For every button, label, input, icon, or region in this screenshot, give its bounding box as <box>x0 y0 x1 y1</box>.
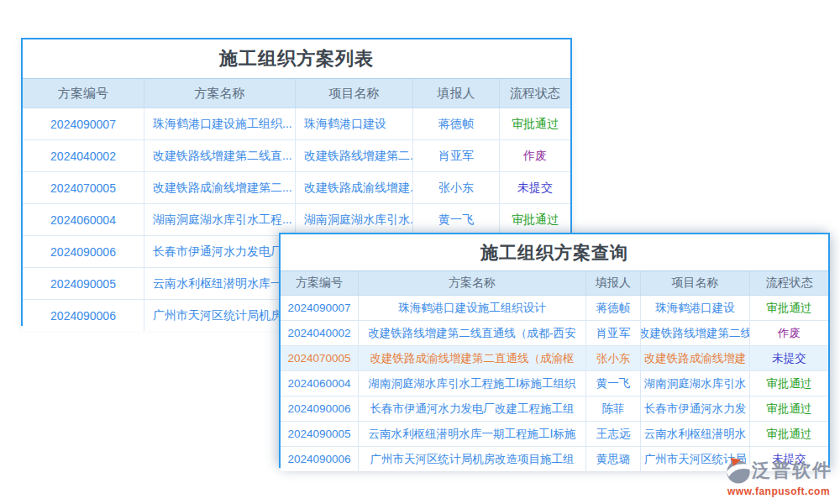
table-row[interactable]: 2024070005改建铁路成渝线增建第二...改建铁路成渝线增建...张小东未… <box>23 172 570 204</box>
table-row[interactable]: 2024090005云南水利枢纽潜明水库一期工程施工Ⅰ标施王志远云南水利枢纽潜明… <box>281 422 828 447</box>
cell-plan: 湖南洞庭湖水库引水工程施工Ⅰ标施工组织 <box>359 371 586 396</box>
cell-person: 肖亚军 <box>413 140 500 171</box>
cell-status: 审批通过 <box>750 396 828 421</box>
cell-plan: 改建铁路成渝线增建第二... <box>144 172 296 203</box>
header-cell-status[interactable]: 流程状态 <box>750 271 828 295</box>
table-row[interactable]: 2024040002改建铁路线增建第二线直通线（成都-西安肖亚军改建铁路线增建第… <box>281 321 828 346</box>
header-cell-code[interactable]: 方案编号 <box>23 79 144 108</box>
table-body: 2024090007珠海鹤港口建设施工组织设计蒋德帧珠海鹤港口建设审批通过202… <box>281 296 828 471</box>
cell-person: 黄一飞 <box>413 204 500 235</box>
cell-code: 2024090006 <box>23 300 144 331</box>
table-row[interactable]: 2024060004湖南洞庭湖水库引水工程施工Ⅰ标施工组织黄一飞湖南洞庭湖水库引… <box>281 371 828 396</box>
cell-code: 2024090005 <box>281 422 359 446</box>
cell-code: 2024060004 <box>23 204 144 235</box>
cell-plan: 改建铁路线增建第二线直... <box>144 140 296 171</box>
window-title: 施工组织方案列表 <box>23 39 570 78</box>
window-title: 施工组织方案查询 <box>281 234 828 270</box>
header-cell-status[interactable]: 流程状态 <box>500 79 570 108</box>
table-row[interactable]: 2024070005改建铁路成渝线增建第二直通线（成渝枢张小东改建铁路成渝线增建… <box>281 346 828 371</box>
cell-plan: 湖南洞庭湖水库引水工程... <box>144 204 296 235</box>
plan-query-window: 施工组织方案查询 方案编号 方案名称 填报人 项目名称 流程状态 2024090… <box>279 233 830 468</box>
cell-project: 改建铁路成渝线增建... <box>296 172 413 203</box>
table-row[interactable]: 2024090007珠海鹤港口建设施工组织设计蒋德帧珠海鹤港口建设审批通过 <box>281 296 828 321</box>
cell-status: 审批通过 <box>750 296 828 320</box>
cell-person: 蒋德帧 <box>413 108 500 139</box>
cell-plan: 云南水利枢纽潜明水库一... <box>144 268 296 299</box>
cell-code: 2024040002 <box>281 321 359 345</box>
cell-code: 2024090005 <box>23 268 144 299</box>
cell-code: 2024060004 <box>281 371 359 396</box>
cell-code: 2024070005 <box>281 346 359 370</box>
fanpu-logo-icon <box>726 457 751 484</box>
table-row[interactable]: 2024060004湖南洞庭湖水库引水工程...湖南洞庭湖水库引水...黄一飞审… <box>23 204 570 236</box>
cell-plan: 广州市天河区统计局机房改造项目施工组 <box>359 447 586 471</box>
cell-plan: 珠海鹤港口建设施工组织设计 <box>359 296 586 320</box>
cell-person: 张小东 <box>586 346 641 370</box>
cell-plan: 云南水利枢纽潜明水库一期工程施工Ⅰ标施 <box>359 422 586 446</box>
table-header: 方案编号 方案名称 项目名称 填报人 流程状态 <box>23 78 570 108</box>
cell-status: 审批通过 <box>500 108 570 139</box>
table-row[interactable]: 2024090006长春市伊通河水力发电厂改建工程施工组陈菲长春市伊通河水力发审… <box>281 396 828 422</box>
brand-watermark: 泛普软件 www.fanpusoft.com <box>726 457 833 497</box>
header-cell-plan[interactable]: 方案名称 <box>144 79 296 108</box>
cell-project: 改建铁路线增建第二... <box>296 140 413 171</box>
cell-project: 珠海鹤港口建设 <box>296 108 413 139</box>
header-cell-person[interactable]: 填报人 <box>586 271 641 295</box>
cell-code: 2024090007 <box>281 296 359 320</box>
cell-plan: 广州市天河区统计局机房... <box>144 300 296 331</box>
cell-code: 2024090007 <box>23 108 144 139</box>
cell-status: 作废 <box>750 321 828 345</box>
cell-code: 2024040002 <box>23 140 144 171</box>
cell-status: 未提交 <box>500 172 570 203</box>
cell-plan: 珠海鹤港口建设施工组织... <box>144 108 296 139</box>
cell-person: 蒋德帧 <box>586 296 641 320</box>
cell-plan: 改建铁路线增建第二线直通线（成都-西安 <box>359 321 586 345</box>
cell-plan: 改建铁路成渝线增建第二直通线（成渝枢 <box>359 346 586 370</box>
header-cell-plan[interactable]: 方案名称 <box>359 271 586 295</box>
cell-status: 审批通过 <box>750 422 828 446</box>
cell-person: 王志远 <box>586 422 641 446</box>
cell-code: 2024090006 <box>23 236 144 267</box>
cell-person: 黄思璐 <box>586 447 641 471</box>
cell-project: 长春市伊通河水力发 <box>641 396 750 421</box>
cell-project: 改建铁路线增建第二线 <box>641 321 750 345</box>
cell-project: 云南水利枢纽潜明水 <box>641 422 750 446</box>
header-cell-project[interactable]: 项目名称 <box>641 271 750 295</box>
cell-person: 黄一飞 <box>586 371 641 396</box>
cell-person: 肖亚军 <box>586 321 641 345</box>
cell-project: 改建铁路成渝线增建 <box>641 346 750 370</box>
cell-project: 湖南洞庭湖水库引水 <box>641 371 750 396</box>
cell-project: 湖南洞庭湖水库引水... <box>296 204 413 235</box>
cell-plan: 长春市伊通河水力发电厂... <box>144 236 296 267</box>
table-header: 方案编号 方案名称 填报人 项目名称 流程状态 <box>281 270 828 296</box>
brand-name: 泛普软件 <box>752 461 832 480</box>
cell-code: 2024090006 <box>281 447 359 471</box>
cell-person: 张小东 <box>413 172 500 203</box>
header-cell-project[interactable]: 项目名称 <box>296 79 413 108</box>
table-row[interactable]: 2024040002改建铁路线增建第二线直...改建铁路线增建第二...肖亚军作… <box>23 140 570 172</box>
cell-code: 2024090006 <box>281 396 359 421</box>
table-row[interactable]: 2024090007珠海鹤港口建设施工组织...珠海鹤港口建设蒋德帧审批通过 <box>23 108 570 140</box>
cell-project: 珠海鹤港口建设 <box>641 296 750 320</box>
header-cell-person[interactable]: 填报人 <box>413 79 500 108</box>
cell-status: 审批通过 <box>500 204 570 235</box>
cell-status: 作废 <box>500 140 570 171</box>
cell-person: 陈菲 <box>586 396 641 421</box>
brand-url: www.fanpusoft.com <box>727 486 833 497</box>
cell-code: 2024070005 <box>23 172 144 203</box>
cell-plan: 长春市伊通河水力发电厂改建工程施工组 <box>359 396 586 421</box>
cell-status: 未提交 <box>750 346 828 370</box>
cell-status: 审批通过 <box>750 371 828 396</box>
header-cell-code[interactable]: 方案编号 <box>281 271 359 295</box>
